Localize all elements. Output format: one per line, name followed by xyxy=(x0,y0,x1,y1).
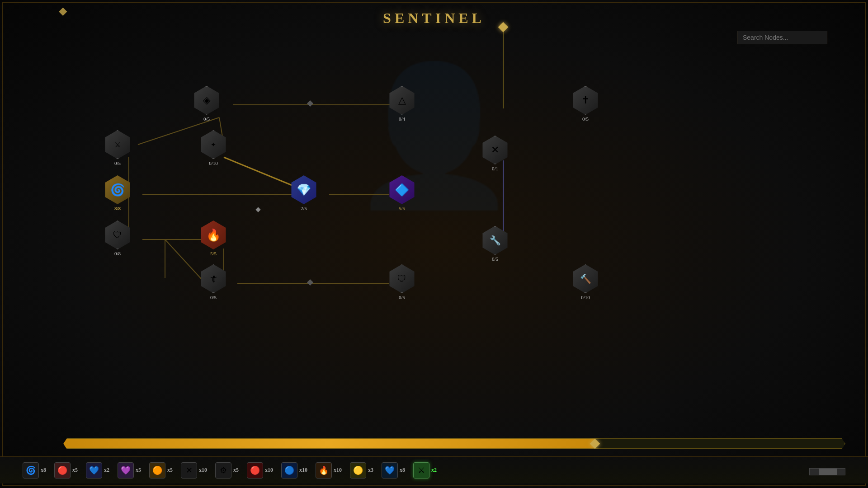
node-icon-n9: 🔷 xyxy=(387,175,416,204)
skill-icon-10: 🔥 xyxy=(316,462,332,479)
node-n2[interactable]: △ 0/4 xyxy=(387,86,416,122)
node-label-n4: 0/10 xyxy=(209,160,218,166)
skill-count-1: x8 xyxy=(41,467,46,474)
progress-bar-fill xyxy=(64,439,595,448)
node-n6[interactable]: ✕ 0/1 xyxy=(481,136,509,171)
node-n12[interactable]: 🔧 0/5 xyxy=(481,226,509,262)
node-icon-n14: 🛡 xyxy=(387,264,416,293)
node-n7[interactable]: 🌀 8/8 xyxy=(103,175,132,211)
skill-count-12: x8 xyxy=(400,467,405,474)
node-n15[interactable]: 🔨 0/10 xyxy=(571,264,600,300)
skill-icon-9: 🔵 xyxy=(281,462,297,479)
node-n5[interactable]: ✝ 0/5 xyxy=(571,86,600,122)
node-n1[interactable]: ◈ 0/5 xyxy=(192,86,221,122)
svg-rect-17 xyxy=(255,207,260,212)
node-label-n11: 5/5 xyxy=(210,251,217,256)
skill-tree-area: ◈ 0/5 △ 0/4 ✝ 0/5 ⚔ 0/5 ✦ 0/10 ✕ 0/1 xyxy=(45,27,832,434)
skill-item-11[interactable]: 🟡 x3 xyxy=(350,462,373,479)
progress-bar-track xyxy=(63,438,845,449)
skill-count-5: x5 xyxy=(167,467,173,474)
node-label-n8: 2/5 xyxy=(301,206,307,211)
node-label-n3: 0/5 xyxy=(114,160,121,166)
connections-svg xyxy=(45,27,832,434)
node-label-n1: 0/5 xyxy=(203,116,210,122)
skill-icon-7: ⚙ xyxy=(215,462,231,479)
skill-item-13[interactable]: ⚔ x2 xyxy=(413,462,437,479)
node-label-n14: 0/5 xyxy=(399,295,405,300)
page-title: SENTINEL xyxy=(383,10,485,27)
node-label-n12: 0/5 xyxy=(492,256,498,262)
node-icon-n8: 💎 xyxy=(289,175,318,204)
skill-item-10[interactable]: 🔥 x10 xyxy=(316,462,342,479)
scrollbar-track[interactable] xyxy=(809,468,845,475)
node-n8[interactable]: 💎 2/5 xyxy=(289,175,318,211)
node-n3[interactable]: ⚔ 0/5 xyxy=(103,130,132,166)
node-label-n7: 8/8 xyxy=(114,206,121,211)
skill-count-4: x5 xyxy=(136,467,141,474)
node-icon-n6: ✕ xyxy=(481,136,509,164)
node-icon-n15: 🔨 xyxy=(571,264,600,293)
skill-icon-5: 🟠 xyxy=(149,462,165,479)
scrollbar-thumb[interactable] xyxy=(819,469,837,475)
skills-bar: 🌀 x8 🔴 x5 💙 x2 💜 x5 🟠 x5 ✕ x10 ⚙ x5 🔴 x1… xyxy=(0,456,868,483)
skill-count-8: x10 xyxy=(265,467,273,474)
class-icon: ◆ xyxy=(59,5,67,17)
skill-count-13: x2 xyxy=(431,467,437,474)
node-label-n2: 0/4 xyxy=(399,116,405,122)
svg-rect-15 xyxy=(307,100,313,107)
skill-count-6: x10 xyxy=(199,467,207,474)
skill-icon-8: 🔴 xyxy=(247,462,263,479)
skill-item-6[interactable]: ✕ x10 xyxy=(181,462,207,479)
node-icon-n3: ⚔ xyxy=(103,130,132,159)
skill-count-10: x10 xyxy=(334,467,342,474)
skill-icon-2: 🔴 xyxy=(54,462,71,479)
node-label-n15: 0/10 xyxy=(581,295,590,300)
skill-count-7: x5 xyxy=(233,467,239,474)
node-n9[interactable]: 🔷 5/5 xyxy=(387,175,416,211)
skill-icon-1: 🌀 xyxy=(23,462,39,479)
skill-item-2[interactable]: 🔴 x5 xyxy=(54,462,78,479)
node-n4[interactable]: ✦ 0/10 xyxy=(199,130,228,166)
skill-item-7[interactable]: ⚙ x5 xyxy=(215,462,239,479)
skill-icon-13: ⚔ xyxy=(413,462,429,479)
node-n13[interactable]: 🗡 0/5 xyxy=(199,264,228,300)
node-icon-n7: 🌀 xyxy=(103,175,132,204)
progress-bar-container xyxy=(63,438,845,452)
skill-item-3[interactable]: 💙 x2 xyxy=(86,462,109,479)
node-label-n5: 0/5 xyxy=(582,116,589,122)
node-icon-n10: 🛡 xyxy=(103,221,132,249)
skill-count-2: x5 xyxy=(72,467,78,474)
node-icon-n4: ✦ xyxy=(199,130,228,159)
skill-count-9: x10 xyxy=(299,467,307,474)
skill-item-4[interactable]: 💜 x5 xyxy=(118,462,141,479)
svg-line-13 xyxy=(165,239,201,279)
skill-count-11: x3 xyxy=(368,467,373,474)
skill-item-9[interactable]: 🔵 x10 xyxy=(281,462,307,479)
node-n11[interactable]: 🔥 5/5 xyxy=(199,221,228,256)
node-n10[interactable]: 🛡 0/8 xyxy=(103,221,132,256)
skill-item-1[interactable]: 🌀 x8 xyxy=(23,462,46,479)
node-icon-n1: ◈ xyxy=(192,86,221,115)
skill-icon-12: 💙 xyxy=(382,462,398,479)
skill-icon-4: 💜 xyxy=(118,462,134,479)
node-label-n10: 0/8 xyxy=(114,251,121,256)
skill-item-8[interactable]: 🔴 x10 xyxy=(247,462,273,479)
node-icon-n11: 🔥 xyxy=(199,221,228,249)
node-n14[interactable]: 🛡 0/5 xyxy=(387,264,416,300)
skill-icon-6: ✕ xyxy=(181,462,197,479)
skill-item-12[interactable]: 💙 x8 xyxy=(382,462,405,479)
svg-rect-16 xyxy=(307,279,313,286)
node-icon-n2: △ xyxy=(387,86,416,115)
node-label-n6: 0/1 xyxy=(492,166,498,171)
skill-item-5[interactable]: 🟠 x5 xyxy=(149,462,173,479)
node-label-n9: 5/5 xyxy=(399,206,405,211)
node-icon-n5: ✝ xyxy=(571,86,600,115)
node-icon-n13: 🗡 xyxy=(199,264,228,293)
skill-icon-11: 🟡 xyxy=(350,462,366,479)
skill-count-3: x2 xyxy=(104,467,109,474)
skill-icon-3: 💙 xyxy=(86,462,102,479)
node-icon-n12: 🔧 xyxy=(481,226,509,255)
node-label-n13: 0/5 xyxy=(210,295,217,300)
